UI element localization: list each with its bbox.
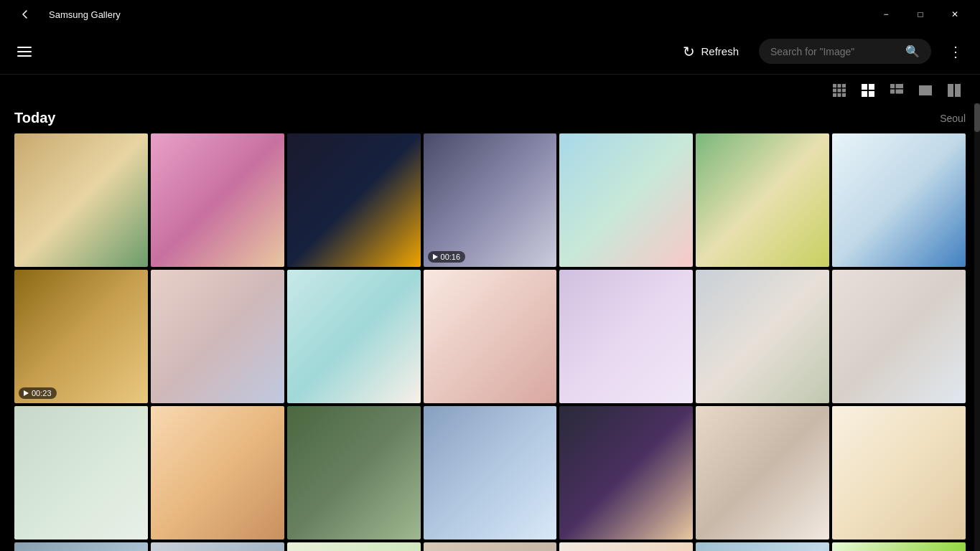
gallery-item[interactable]: 00:23	[14, 270, 148, 403]
video-badge: 00:23	[19, 387, 57, 399]
svg-rect-9	[862, 84, 867, 90]
video-duration: 00:23	[32, 389, 52, 397]
toolbar-right: ↻ Refresh 🔍 ⋮	[674, 37, 969, 66]
toolbar: ↻ Refresh 🔍 ⋮	[0, 29, 980, 75]
gallery-item[interactable]	[696, 406, 829, 540]
svg-rect-13	[890, 84, 895, 88]
gallery-item[interactable]	[14, 542, 148, 551]
gallery-item[interactable]	[696, 270, 829, 403]
view-controls	[0, 75, 980, 110]
close-button[interactable]: ✕	[938, 3, 971, 26]
view-split-button[interactable]	[943, 80, 966, 104]
play-icon	[24, 390, 29, 396]
gallery-item[interactable]	[559, 270, 693, 403]
image-grid: 00:1600:23	[14, 133, 966, 551]
scrollbar-thumb[interactable]	[974, 103, 980, 132]
svg-rect-12	[869, 91, 874, 97]
gallery-container[interactable]: Today Seoul 00:1600:23	[0, 110, 980, 551]
title-bar-left: Samsung Gallery	[9, 3, 121, 26]
window-controls: − □ ✕	[869, 3, 971, 26]
svg-rect-15	[899, 84, 903, 88]
back-button[interactable]	[9, 3, 42, 26]
svg-rect-1	[838, 84, 841, 88]
play-icon	[433, 254, 438, 260]
menu-button[interactable]	[11, 41, 37, 62]
refresh-button[interactable]: ↻ Refresh	[674, 37, 747, 66]
app-title: Samsung Gallery	[49, 9, 121, 20]
svg-rect-11	[862, 91, 867, 97]
gallery-item[interactable]	[151, 133, 284, 267]
search-icon: 🔍	[905, 44, 920, 58]
gallery-item[interactable]	[424, 542, 557, 551]
svg-rect-6	[833, 93, 836, 97]
gallery-item[interactable]	[559, 133, 693, 267]
gallery-item[interactable]	[287, 406, 421, 540]
gallery-item[interactable]	[14, 133, 148, 267]
view-single-button[interactable]	[914, 80, 937, 104]
svg-rect-4	[838, 89, 841, 93]
gallery-item[interactable]	[14, 406, 148, 540]
svg-rect-2	[842, 84, 846, 88]
svg-rect-20	[948, 84, 953, 97]
gallery-item[interactable]	[424, 406, 557, 540]
svg-rect-7	[838, 93, 841, 97]
svg-rect-0	[833, 84, 836, 88]
gallery-item[interactable]	[287, 542, 421, 551]
svg-rect-16	[890, 90, 895, 94]
gallery-item[interactable]	[151, 406, 284, 540]
gallery-item[interactable]	[832, 133, 966, 267]
maximize-button[interactable]: □	[904, 3, 937, 26]
gallery-item[interactable]	[287, 270, 421, 403]
gallery-item[interactable]	[151, 542, 284, 551]
video-badge: 00:16	[428, 251, 466, 263]
refresh-icon: ↻	[683, 43, 695, 60]
gallery-item[interactable]	[424, 270, 557, 403]
gallery-item[interactable]: 00:16	[424, 133, 557, 267]
svg-rect-3	[833, 89, 836, 93]
search-box[interactable]: 🔍	[759, 39, 931, 64]
view-grid-small-button[interactable]	[828, 80, 851, 104]
hamburger-line	[17, 47, 32, 48]
section-header: Today Seoul	[14, 110, 966, 126]
hamburger-line	[17, 55, 32, 57]
gallery-item[interactable]	[696, 542, 829, 551]
scrollbar-track[interactable]	[974, 103, 980, 551]
hamburger-line	[17, 51, 32, 52]
svg-rect-21	[955, 84, 961, 97]
svg-rect-8	[842, 93, 846, 97]
svg-rect-18	[899, 90, 903, 94]
gallery-item[interactable]	[559, 542, 693, 551]
gallery-item[interactable]	[832, 406, 966, 540]
svg-rect-19	[919, 85, 932, 95]
section-location: Seoul	[940, 113, 966, 124]
section-title: Today	[14, 110, 55, 126]
svg-rect-10	[869, 84, 874, 90]
gallery-item[interactable]	[696, 133, 829, 267]
title-bar: Samsung Gallery − □ ✕	[0, 0, 980, 29]
more-options-button[interactable]: ⋮	[943, 37, 969, 66]
gallery-item[interactable]	[151, 270, 284, 403]
gallery-item[interactable]	[287, 133, 421, 267]
view-grid-medium-button[interactable]	[857, 80, 879, 104]
gallery-item[interactable]	[559, 406, 693, 540]
video-duration: 00:16	[441, 253, 461, 261]
minimize-button[interactable]: −	[869, 3, 902, 26]
gallery-item[interactable]	[832, 542, 966, 551]
toolbar-left	[11, 41, 37, 62]
svg-rect-5	[842, 89, 846, 93]
search-input[interactable]	[770, 46, 900, 57]
view-grid-large-button[interactable]	[885, 80, 908, 104]
gallery-item[interactable]	[832, 270, 966, 403]
